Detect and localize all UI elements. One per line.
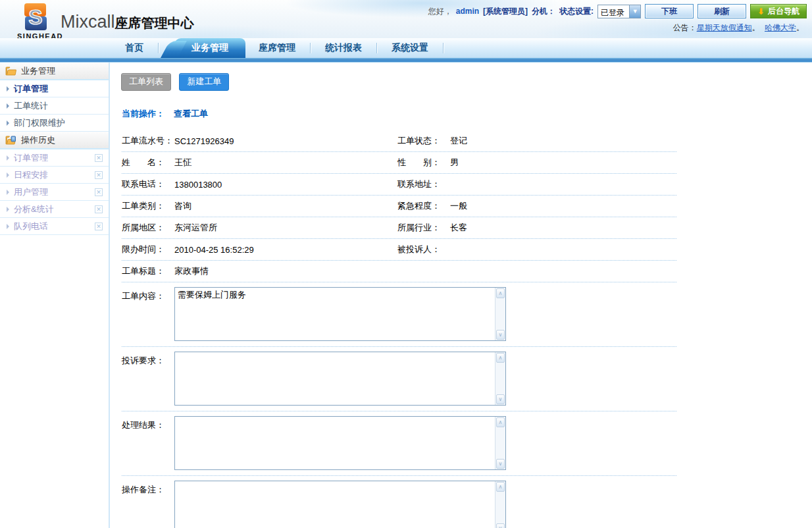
history-item-label: 日程安排 [14, 169, 48, 181]
new-workorder-button[interactable]: 新建工单 [179, 73, 229, 91]
tab-home[interactable]: 首页 [112, 38, 157, 58]
scrollbar-down-icon[interactable]: ∨ [496, 394, 505, 404]
form-row-textarea: 操作备注： ∧ ∨ [122, 476, 676, 528]
scrollbar-up-icon[interactable]: ∧ [496, 482, 505, 492]
scrollbar-down-icon[interactable]: ∨ [496, 459, 505, 469]
backstage-nav-button[interactable]: ⬇ 后台导航 [750, 4, 807, 18]
tab-seat-management[interactable]: 座席管理 [245, 38, 309, 58]
announcement-label: 公告： [673, 23, 697, 32]
scrollbar[interactable]: ∧ ∨ [495, 288, 505, 340]
complaint-request-textarea[interactable] [175, 352, 494, 405]
scrollbar[interactable]: ∧ ∨ [495, 352, 505, 405]
svg-text:S: S [28, 5, 42, 29]
refresh-button[interactable]: 刷新 [698, 4, 746, 18]
user-role: [系统管理员] [483, 6, 528, 17]
announcement-link-2[interactable]: 哈佛大学 [765, 23, 796, 32]
chevron-down-icon[interactable]: ▼ [629, 5, 640, 18]
history-item-order-management[interactable]: 订单管理 ✕ [0, 149, 109, 167]
backstage-nav-label: 后台导航 [768, 6, 799, 17]
close-icon[interactable]: ✕ [95, 205, 103, 213]
workorder-content-textarea[interactable]: 需要保姆上门服务 [175, 288, 494, 340]
industry-value: 长客 [450, 222, 676, 234]
field-label: 联系电话： [122, 178, 174, 190]
app-header: S SINGHEAD Mixcall座席管理中心 您好， admin [系统管理… [0, 0, 812, 38]
tab-business-management[interactable]: 业务管理 [174, 38, 245, 58]
user-zone: 您好， admin [系统管理员] 分机： 状态设置: 已登录 ▼ 下班 刷新 … [428, 3, 807, 34]
workorder-content-field: 需要保姆上门服务 ∧ ∨ [174, 287, 506, 341]
username[interactable]: admin [456, 7, 479, 16]
status-select-value: 已登录 [598, 5, 629, 18]
field-label: 工单状态： [397, 135, 450, 147]
scrollbar-up-icon[interactable]: ∧ [496, 288, 505, 298]
form-row-textarea: 工单内容： 需要保姆上门服务 ∧ ∨ [122, 282, 676, 347]
field-label: 紧急程度： [397, 200, 450, 212]
history-item-queue-calls[interactable]: 队列电话 ✕ [0, 218, 109, 235]
status-select[interactable]: 已登录 ▼ [597, 5, 641, 18]
product-suffix: 座席管理中心 [115, 16, 194, 30]
arrow-right-icon [7, 172, 9, 178]
history-item-label: 队列电话 [14, 221, 48, 232]
gender-value: 男 [450, 157, 676, 169]
nav-divider [158, 43, 159, 53]
operation-notes-textarea[interactable] [175, 481, 494, 528]
process-result-textarea[interactable] [175, 417, 494, 469]
sidebar-section-history: 操作历史 [0, 132, 109, 149]
scrollbar-down-icon[interactable]: ∨ [496, 523, 505, 528]
field-label: 限办时间： [122, 244, 174, 255]
workorder-form: 工单流水号： SC1271926349 工单状态： 登记 姓 名： 王怔 性 别… [122, 130, 676, 528]
close-icon[interactable]: ✕ [95, 223, 103, 230]
tab-system-settings[interactable]: 系统设置 [378, 38, 442, 58]
phone-value: 1380013800 [174, 180, 397, 190]
field-label: 工单类别： [122, 200, 174, 212]
field-label: 所属地区： [122, 222, 174, 234]
scrollbar-up-icon[interactable]: ∧ [496, 417, 505, 427]
workorder-serial-value: SC1271926349 [174, 136, 397, 146]
form-row: 工单标题： 家政事情 [122, 261, 676, 282]
workorder-list-button[interactable]: 工单列表 [121, 73, 171, 91]
customer-name-value: 王怔 [174, 157, 397, 169]
main-content: 工单列表 新建工单 当前操作：查看工单 工单流水号： SC1271926349 … [110, 63, 812, 528]
field-label: 工单流水号： [122, 135, 174, 147]
off-duty-button[interactable]: 下班 [645, 4, 694, 18]
tab-statistics-reports[interactable]: 统计报表 [312, 38, 375, 58]
brand: S SINGHEAD Mixcall座席管理中心 [17, 3, 194, 40]
sidebar-item-workorder-stats[interactable]: 工单统计 [0, 97, 109, 115]
history-folder-icon [5, 136, 16, 145]
sidebar-item-dept-permissions[interactable]: 部门权限维护 [0, 115, 109, 132]
nav-divider [443, 43, 444, 53]
sidebar-item-order-management[interactable]: 订单管理 [0, 80, 109, 97]
scrollbar-down-icon[interactable]: ∨ [496, 330, 505, 340]
sidebar-section-title: 业务管理 [21, 65, 55, 77]
close-icon[interactable]: ✕ [95, 154, 103, 162]
history-item-label: 用户管理 [14, 186, 48, 198]
sidebar-item-label: 工单统计 [14, 100, 48, 112]
scrollbar[interactable]: ∧ ∨ [495, 481, 505, 528]
arrow-right-icon [7, 190, 9, 195]
history-item-user-management[interactable]: 用户管理 ✕ [0, 184, 109, 201]
form-row: 限办时间： 2010-04-25 16:52:29 被投诉人： [122, 239, 676, 261]
field-label: 所属行业： [397, 222, 450, 234]
field-label: 处理结果： [122, 416, 174, 431]
field-label: 被投诉人： [397, 244, 450, 255]
close-icon[interactable]: ✕ [95, 171, 103, 179]
form-row: 联系电话： 1380013800 联系地址： [122, 174, 676, 196]
process-result-field: ∧ ∨ [174, 416, 506, 470]
scrollbar-up-icon[interactable]: ∧ [496, 353, 505, 363]
current-operation-value: 查看工单 [174, 109, 208, 119]
user-bar: 您好， admin [系统管理员] 分机： 状态设置: 已登录 ▼ 下班 刷新 … [428, 3, 807, 19]
scrollbar[interactable]: ∧ ∨ [495, 417, 505, 469]
history-item-schedule[interactable]: 日程安排 ✕ [0, 167, 109, 184]
history-item-label: 分析&统计 [14, 203, 54, 215]
product-name: Mixcall [61, 12, 115, 32]
status-label: 状态设置: [559, 6, 594, 17]
arrow-right-icon [7, 86, 9, 92]
close-icon[interactable]: ✕ [95, 188, 103, 196]
arrow-right-icon [7, 120, 9, 126]
field-label: 投诉要求： [122, 352, 174, 367]
toolbar: 工单列表 新建工单 [121, 73, 812, 91]
announcement-link-1[interactable]: 星期天放假通知 [697, 23, 752, 32]
current-operation-label: 当前操作： [122, 109, 165, 119]
history-item-analysis-stats[interactable]: 分析&统计 ✕ [0, 201, 109, 218]
page-title: Mixcall座席管理中心 [61, 12, 194, 32]
form-row-textarea: 处理结果： ∧ ∨ [122, 411, 676, 476]
